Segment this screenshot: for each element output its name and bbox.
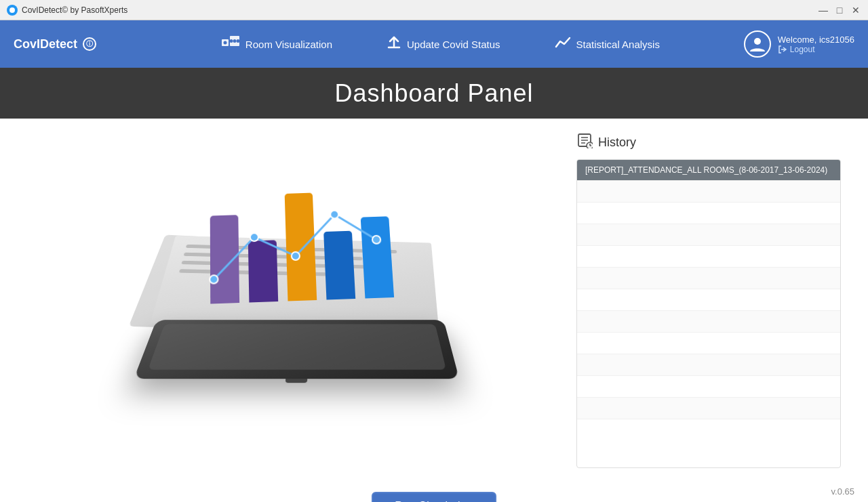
user-area: Welcome, ics21056 Logout [744, 30, 854, 58]
history-item-2 [577, 203, 840, 224]
bottom-bar: Run Simulation [0, 482, 868, 502]
history-item-0[interactable]: [REPORT]_ATTENDANCE_ALL ROOMS_(8-06-2017… [577, 160, 840, 181]
svg-point-13 [372, 236, 381, 244]
line-chart [200, 186, 393, 293]
close-button[interactable]: ✕ [850, 5, 861, 16]
history-item-9 [577, 354, 840, 376]
history-list[interactable]: [REPORT]_ATTENDANCE_ALL ROOMS_(8-06-2017… [576, 159, 841, 468]
nav-room-label: Room Visualization [245, 39, 332, 50]
title-bar-text: CovIDetect© by PasoftXperts [22, 5, 127, 15]
svg-point-7 [754, 38, 761, 45]
title-bar-controls: — □ ✕ [818, 5, 861, 16]
nav-room-visualization[interactable]: Room Visualization [221, 35, 332, 54]
avatar [744, 30, 771, 58]
svg-point-4 [233, 39, 236, 43]
minimize-button[interactable]: — [818, 5, 829, 16]
info-icon: ⓘ [83, 37, 96, 51]
chart-area [27, 132, 549, 468]
nav-update-covid[interactable]: Update Covid Status [387, 35, 500, 54]
room-icon [221, 35, 240, 54]
history-item-8 [577, 333, 840, 354]
upload-icon [387, 35, 401, 54]
navbar: CovIDetect ⓘ Room Visualization [0, 20, 868, 68]
history-item-11 [577, 398, 840, 419]
history-header: History [576, 132, 841, 152]
history-icon [576, 132, 593, 152]
user-info: Welcome, ics21056 Logout [778, 35, 854, 54]
main-content: History [REPORT]_ATTENDANCE_ALL ROOMS_(8… [0, 119, 868, 482]
chart-icon [555, 36, 571, 53]
svg-point-12 [330, 211, 338, 219]
history-item-7 [577, 311, 840, 333]
history-item-6 [577, 289, 840, 311]
page-header: Dashboard Panel [0, 68, 868, 119]
svg-point-9 [210, 275, 218, 284]
history-item-3 [577, 224, 840, 246]
history-panel: History [REPORT]_ATTENDANCE_ALL ROOMS_(8… [576, 132, 841, 468]
svg-point-6 [236, 39, 239, 43]
maximize-button[interactable]: □ [834, 5, 845, 16]
chart-illustration [139, 192, 437, 409]
logout-button[interactable]: Logout [778, 45, 815, 54]
run-simulation-button[interactable]: Run Simulation [372, 492, 496, 502]
svg-point-11 [292, 252, 300, 260]
brand[interactable]: CovIDetect ⓘ [14, 37, 96, 51]
history-item-4 [577, 246, 840, 268]
title-bar-left: CovIDetect© by PasoftXperts [7, 5, 127, 16]
nav-stats-label: Statistical Analysis [576, 39, 660, 50]
history-item-1 [577, 181, 840, 203]
svg-point-5 [229, 39, 233, 43]
svg-point-10 [250, 233, 258, 241]
history-item-5 [577, 268, 840, 289]
nav-items: Room Visualization Update Covid Status S… [137, 35, 744, 54]
svg-point-3 [223, 41, 226, 44]
tablet-device [134, 320, 459, 379]
title-bar: CovIDetect© by PasoftXperts — □ ✕ [0, 0, 868, 20]
version-label: v.0.65 [831, 486, 854, 497]
page-title: Dashboard Panel [334, 79, 533, 108]
user-welcome: Welcome, ics21056 [778, 35, 854, 45]
brand-label: CovIDetect [14, 37, 77, 51]
nav-update-label: Update Covid Status [407, 39, 500, 50]
history-title: History [598, 135, 636, 150]
svg-point-0 [9, 7, 15, 13]
nav-statistical-analysis[interactable]: Statistical Analysis [555, 36, 660, 53]
app-icon [7, 5, 18, 16]
history-item-10 [577, 376, 840, 398]
